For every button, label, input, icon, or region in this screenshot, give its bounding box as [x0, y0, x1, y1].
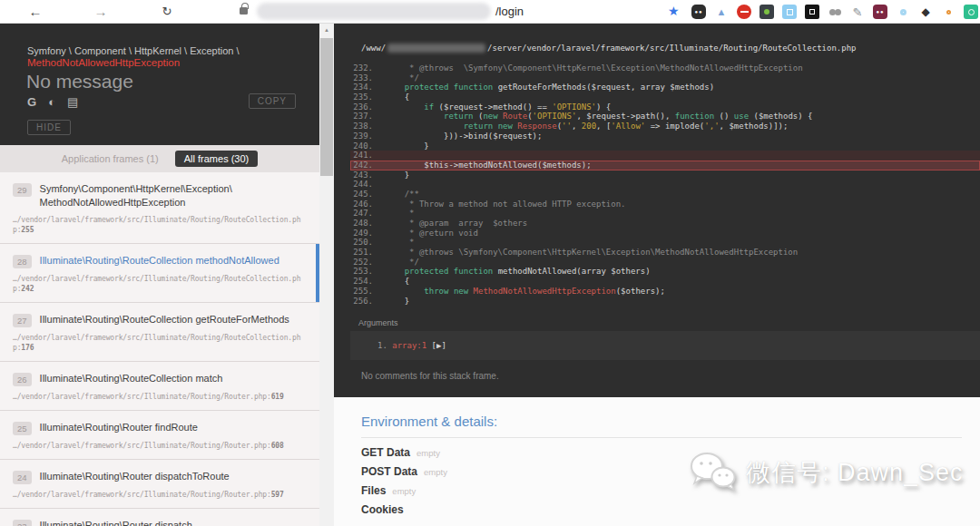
- expand-icon[interactable]: [▶]: [426, 341, 446, 350]
- extension-icon[interactable]: ▲: [714, 5, 729, 19]
- scrollbar-thumb[interactable]: [320, 38, 333, 176]
- extension-icon[interactable]: ◆: [918, 5, 933, 19]
- line-number: 243.: [350, 170, 385, 180]
- stack-frame[interactable]: 27Illuminate\Routing\RouteCollection get…: [0, 303, 319, 362]
- address-bar-url[interactable]: /login: [495, 5, 524, 18]
- code-line: 253. protected function methodNotAllowed…: [350, 267, 980, 277]
- line-number: 247.: [350, 209, 385, 219]
- frame-title: Illuminate\Routing\Router dispatchToRout…: [40, 470, 230, 483]
- frames-filter-tabs: Application frames (1) All frames (30): [0, 145, 319, 172]
- copy-button[interactable]: COPY: [249, 93, 296, 109]
- extension-icon[interactable]: [782, 5, 797, 19]
- frame-title: Illuminate\Routing\RouteCollection metho…: [40, 254, 279, 268]
- environment-item: Cookies: [361, 503, 447, 522]
- extension-icon[interactable]: [760, 5, 774, 19]
- frame-path: …/vendor/laravel/framework/src/Illuminat…: [13, 274, 307, 294]
- line-number: 236.: [350, 102, 385, 112]
- search-links: G ◐ ▤: [27, 95, 78, 109]
- stack-frame[interactable]: 23Illuminate\Routing\Router dispatch: [0, 509, 319, 526]
- code-line: 244.: [350, 180, 980, 190]
- frame-title: Illuminate\Routing\Router dispatch: [40, 519, 192, 526]
- stack-sidebar: Symfony \ Component \ HttpKernel \ Excep…: [0, 24, 319, 526]
- frame-title: Illuminate\Routing\RouteCollection getRo…: [40, 313, 289, 326]
- frame-line-number: 608: [271, 442, 284, 450]
- file-path-prefix: /www/: [361, 44, 386, 53]
- arguments-list: 1. array:1 [▶]: [350, 331, 980, 360]
- stack-frame[interactable]: 28Illuminate\Routing\RouteCollection met…: [0, 244, 319, 303]
- line-number: 253.: [350, 267, 385, 277]
- frame-path: …/vendor/laravel/framework/src/Illuminat…: [13, 441, 307, 451]
- frame-title: Symfony\Component\HttpKernel\Exception\M…: [40, 182, 307, 209]
- line-number: 244.: [350, 180, 385, 190]
- line-number: 241.: [350, 151, 385, 161]
- frame-path: …/vendor/laravel/framework/src/Illuminat…: [13, 333, 307, 353]
- frame-number: 25: [13, 422, 32, 435]
- environment-item: POST Dataempty: [361, 465, 447, 484]
- divider: [361, 437, 962, 438]
- stack-frame[interactable]: 25Illuminate\Routing\Router findRoute…/v…: [0, 411, 319, 460]
- frame-path: …/vendor/laravel/framework/src/Illuminat…: [13, 392, 307, 402]
- back-icon[interactable]: ←: [25, 0, 45, 24]
- tab-all-frames[interactable]: All frames (30): [175, 151, 259, 167]
- extension-icon[interactable]: ●●: [691, 5, 706, 19]
- code-line: 236. if ($request->method() == 'OPTIONS'…: [350, 102, 980, 112]
- code-line: 256. }: [350, 297, 980, 307]
- extensions-row: ●● ▲ ✎ ●● ◆: [691, 5, 978, 19]
- line-number: 232.: [350, 63, 385, 73]
- argument-item[interactable]: 1. array:1 [▶]: [377, 341, 446, 350]
- code-line: 254. {: [350, 277, 980, 287]
- line-number: 255.: [350, 287, 385, 297]
- frame-number: 27: [13, 314, 32, 327]
- frame-line-number: 255: [21, 226, 34, 234]
- line-number: 251.: [350, 248, 385, 258]
- extension-icon[interactable]: [896, 5, 910, 19]
- scrollbar-up-arrow-icon[interactable]: ▲: [319, 24, 334, 36]
- stackoverflow-search-icon[interactable]: ▤: [67, 95, 78, 109]
- frames-list: 29Symfony\Component\HttpKernel\Exception…: [0, 172, 319, 526]
- stack-frame[interactable]: 26Illuminate\Routing\RouteCollection mat…: [0, 362, 319, 411]
- code-line: 249. * @return void: [350, 229, 980, 239]
- code-line: 252. */: [350, 258, 980, 268]
- extension-icon[interactable]: [964, 5, 978, 19]
- frame-line-number: 176: [21, 344, 34, 352]
- code-line: 242. $this->methodNotAllowed($methods);: [350, 161, 980, 170]
- reload-icon[interactable]: ↻: [157, 0, 177, 24]
- code-line: 239. }))->bind($request);: [350, 132, 980, 141]
- line-number: 250.: [350, 238, 385, 248]
- browser-toolbar: ← → ↻ /login ★ ●● ▲ ✎ ●● ◆: [0, 0, 980, 24]
- lock-icon[interactable]: [240, 7, 248, 15]
- google-search-icon[interactable]: G: [27, 95, 36, 109]
- bookmark-star-icon[interactable]: ★: [668, 4, 680, 18]
- code-line: 251. * @throws \Symfony\Component\HttpKe…: [350, 248, 980, 258]
- tab-application-frames[interactable]: Application frames (1): [62, 153, 159, 164]
- environment-title: Environment & details:: [361, 414, 497, 429]
- frame-path: …/vendor/laravel/framework/src/Illuminat…: [13, 215, 307, 235]
- extension-icon[interactable]: ●●: [873, 5, 887, 19]
- stack-frame[interactable]: 29Symfony\Component\HttpKernel\Exception…: [0, 172, 319, 244]
- stack-frame[interactable]: 24Illuminate\Routing\Router dispatchToRo…: [0, 460, 319, 509]
- extension-icon[interactable]: [941, 5, 956, 19]
- duckduckgo-search-icon[interactable]: ◐: [48, 95, 55, 109]
- frame-title: Illuminate\Routing\Router findRoute: [40, 421, 198, 434]
- extension-icon[interactable]: [737, 5, 751, 19]
- whoops-error-page: ← → ↻ /login ★ ●● ▲ ✎ ●● ◆ Symfony \ Com…: [0, 0, 980, 526]
- frame-title: Illuminate\Routing\RouteCollection match: [40, 372, 223, 385]
- code-line: 250. *: [350, 238, 980, 248]
- line-number: 233.: [350, 73, 385, 83]
- sidebar-scrollbar[interactable]: ▲: [319, 24, 334, 526]
- frame-number: 24: [13, 471, 32, 484]
- extension-icon[interactable]: [828, 5, 842, 19]
- extension-icon[interactable]: [805, 5, 819, 19]
- code-line: 237. return (new Route('OPTIONS', $reque…: [350, 112, 980, 122]
- hide-button[interactable]: HIDE: [27, 120, 71, 135]
- code-line: 245. /**: [350, 190, 980, 200]
- environment-item: Filesempty: [361, 484, 447, 503]
- forward-icon[interactable]: →: [91, 0, 111, 24]
- line-number: 239.: [350, 132, 385, 141]
- url-redacted-blur: [257, 3, 491, 20]
- frame-line-number: 597: [271, 491, 284, 499]
- code-block: 232. * @throws \Symfony\Component\HttpKe…: [350, 63, 980, 306]
- frame-line-number: 242: [21, 285, 34, 293]
- line-number: 252.: [350, 258, 385, 268]
- extension-icon[interactable]: ✎: [850, 5, 865, 19]
